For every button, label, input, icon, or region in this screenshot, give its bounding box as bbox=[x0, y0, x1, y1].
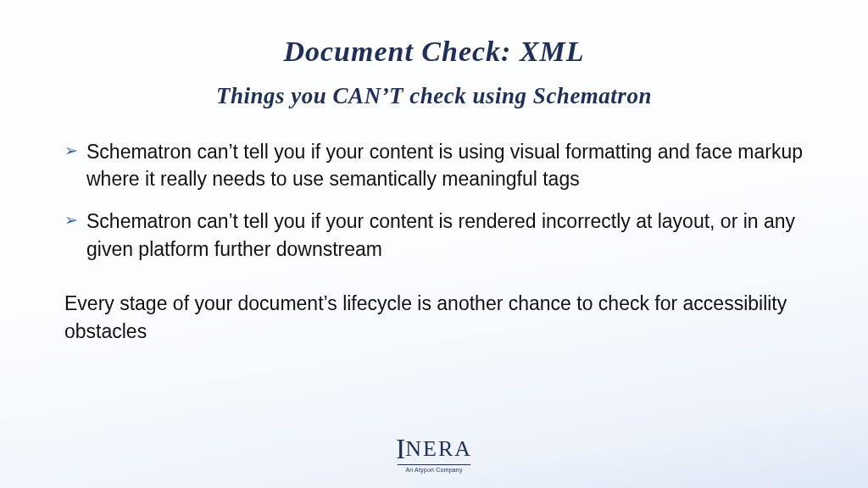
list-item: ➢ Schematron can’t tell you if your cont… bbox=[64, 208, 804, 262]
bullet-text: Schematron can’t tell you if your conten… bbox=[86, 208, 804, 262]
logo-divider bbox=[398, 464, 470, 465]
logo-tagline: An Atypon Company bbox=[0, 467, 868, 473]
slide-subtitle: Things you CAN’T check using Schematron bbox=[58, 83, 810, 109]
slide-title: Document Check: XML bbox=[58, 36, 810, 68]
chevron-right-icon: ➢ bbox=[64, 208, 86, 233]
slide: Document Check: XML Things you CAN’T che… bbox=[0, 0, 868, 488]
footer-logo: INERA An Atypon Company bbox=[0, 435, 868, 473]
logo-wordmark: INERA bbox=[0, 435, 868, 463]
bullet-text: Schematron can’t tell you if your conten… bbox=[86, 138, 804, 192]
chevron-right-icon: ➢ bbox=[64, 138, 86, 164]
slide-body: ➢ Schematron can’t tell you if your cont… bbox=[58, 138, 810, 278]
closing-paragraph: Every stage of your document’s lifecycle… bbox=[58, 290, 810, 347]
list-item: ➢ Schematron can’t tell you if your cont… bbox=[64, 138, 804, 192]
